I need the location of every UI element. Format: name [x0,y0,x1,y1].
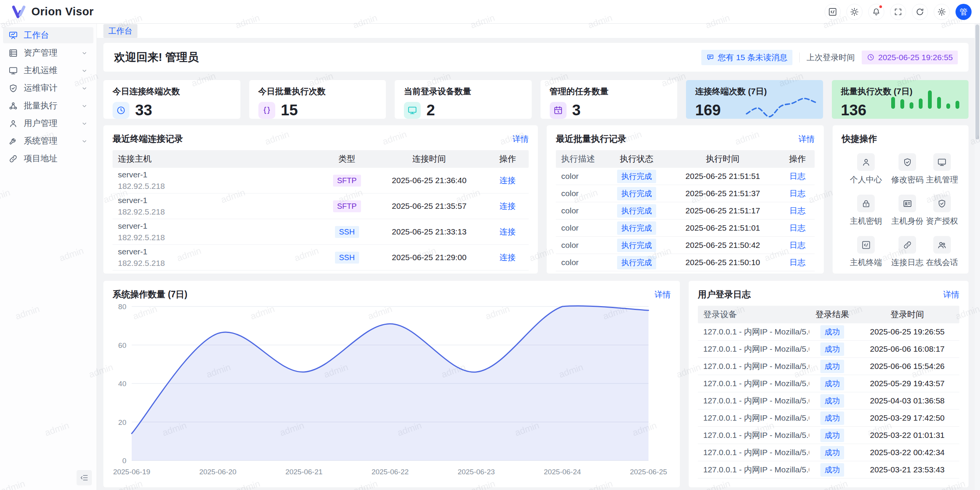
quick-action-2[interactable]: 主机管理 [925,153,959,185]
sidebar-item-assets[interactable]: 资产管理 [3,45,93,61]
connect-link[interactable]: 连接 [500,227,516,236]
quick-action-label: 个人中心 [850,174,882,185]
type-badge: SFTP [333,200,361,212]
exec-desc: color [556,189,608,198]
sidebar-item-label: 运维审计 [24,82,57,94]
login-time: 2025-06-25 19:26:55 [855,327,959,336]
link-icon [903,240,912,250]
quick-actions-panel: 快捷操作 个人中心修改密码主机管理主机密钥主机身份资产授权主机终端连接日志在线会… [833,125,969,274]
exec-time: 2025-06-25 21:50:42 [665,241,780,250]
bottom-row: 系统操作数量 (7日) 详情 0204060802025-06-192025-0… [103,281,969,487]
exec-row: color执行完成2025-06-25 21:51:51日志 [556,168,815,185]
user-icon [861,157,871,167]
quick-action-1[interactable]: 修改密码 [890,153,924,185]
link-icon [8,154,18,164]
breadcrumb[interactable]: 工作台 [103,24,137,38]
column-header: 操作 [780,153,815,165]
exec-status-badge: 执行完成 [617,204,656,218]
code-square-icon [828,7,837,16]
user-avatar[interactable]: 管 [956,4,972,20]
exec-desc: color [556,172,608,181]
host-name: server-1 [118,221,322,231]
lock-icon [861,199,871,208]
logo-icon [11,4,27,20]
middle-row: 最近终端连接记录 详情 连接主机 类型 连接时间 操作 server-1182.… [103,125,969,274]
sidebar-item-user-mgmt[interactable]: 用户管理 [3,115,93,131]
sidebar-item-system-mgmt[interactable]: 系统管理 [3,133,93,149]
login-time: 2025-03-21 23:53:43 [855,465,959,474]
svg-text:2025-06-22: 2025-06-22 [371,468,408,476]
scrollbar-thumb[interactable] [975,25,979,139]
system-operations-panel: 系统操作数量 (7日) 详情 0204060802025-06-192025-0… [103,281,680,487]
host-name: server-1 [118,170,322,179]
log-link[interactable]: 日志 [789,241,805,249]
exec-row: color执行完成2025-06-25 21:50:10日志 [556,254,815,271]
ops-chart-detail-link[interactable]: 详情 [655,289,671,300]
main-content: 工作台 欢迎回来! 管理员 您有 15 条未读消息 上次登录时间 2025-06… [97,24,980,490]
sidebar-item-project-url[interactable]: 项目地址 [3,151,93,167]
exec-row: color执行完成2025-06-25 21:50:42日志 [556,237,815,254]
login-device: 127.0.0.1 - 内网IP - Mozilla/5.0 (Windows … [698,344,809,354]
monitor-icon-chip [404,102,421,119]
stat-title: 今日连接终端次数 [113,86,231,97]
login-row: 127.0.0.1 - 内网IP - Mozilla/5.0 (Windows … [698,461,959,479]
quick-action-3[interactable]: 主机密钥 [842,195,890,226]
chevron-down-icon [81,49,88,57]
exec-detail-link[interactable]: 详情 [799,134,815,144]
log-link[interactable]: 日志 [789,223,805,232]
api-code-button[interactable] [825,4,841,20]
login-detail-link[interactable]: 详情 [943,289,959,300]
log-link[interactable]: 日志 [789,258,805,267]
login-row: 127.0.0.1 - 内网IP - Mozilla/5.0 (Windows … [698,410,959,427]
stat-value: 169 [695,102,721,119]
table-header: 登录设备 登录结果 登录时间 [698,306,959,323]
notifications-button[interactable] [868,4,884,20]
quick-action-4[interactable]: 主机身份 [890,195,924,226]
login-result-badge: 成功 [820,394,844,408]
quick-action-7[interactable]: 连接日志 [890,236,924,268]
breadcrumb-bar: 工作台 [97,24,980,38]
sidebar-item-workbench[interactable]: 工作台 [3,27,93,43]
svg-text:20: 20 [118,418,126,426]
svg-text:2025-06-24: 2025-06-24 [544,468,581,476]
type-badge: SSH [335,252,359,264]
link-icon-chip [898,236,916,254]
stat-card-3: 管理的任务数量3 [541,80,678,119]
recent-terminal-panel: 最近终端连接记录 详情 连接主机 类型 连接时间 操作 server-1182.… [103,125,538,274]
quick-action-8[interactable]: 在线会话 [925,236,959,268]
quick-action-6[interactable]: 主机终端 [842,236,890,268]
login-device: 127.0.0.1 - 内网IP - Mozilla/5.0 (Windows … [698,413,809,423]
log-link[interactable]: 日志 [789,172,805,180]
terminal-detail-link[interactable]: 详情 [513,134,529,144]
task-calendar-icon [553,105,563,115]
settings-button[interactable] [934,4,950,20]
last-login-time-chip: 2025-06-25 19:26:55 [862,51,958,64]
sidebar-item-host-ops[interactable]: 主机运维 [3,62,93,79]
column-header: 类型 [322,153,372,165]
sidebar-collapse-button[interactable] [77,470,92,485]
stat-card-5: 批量执行次数 (7日)136 [832,80,969,119]
connect-time: 2025-06-25 21:29:00 [372,253,487,262]
column-header: 登录时间 [855,309,959,320]
connect-link[interactable]: 连接 [500,253,516,262]
exec-status-badge: 执行完成 [617,221,656,235]
column-header: 登录结果 [809,309,855,320]
quick-action-5[interactable]: 资产授权 [925,195,959,226]
sidebar-item-audit[interactable]: 运维审计 [3,80,93,96]
login-device: 127.0.0.1 - 内网IP - Mozilla/5.0 (Windows … [698,430,809,441]
svg-text:2025-06-25: 2025-06-25 [630,468,667,476]
log-link[interactable]: 日志 [789,206,805,215]
panel-title: 快捷操作 [842,133,877,145]
connect-link[interactable]: 连接 [500,176,516,185]
welcome-text: 欢迎回来! 管理员 [114,50,199,65]
sidebar-item-batch-exec[interactable]: 批量执行 [3,98,93,114]
terminal-row: server-1182.92.5.218SSH2025-06-25 21:33:… [113,219,529,245]
fullscreen-button[interactable] [890,4,906,20]
refresh-button[interactable] [912,4,928,20]
connect-link[interactable]: 连接 [500,202,516,210]
log-link[interactable]: 日志 [789,189,805,198]
theme-toggle-button[interactable] [846,4,862,20]
table-header: 执行描述 执行状态 执行时间 操作 [556,150,815,168]
unread-messages-chip[interactable]: 您有 15 条未读消息 [701,50,792,65]
quick-action-0[interactable]: 个人中心 [842,153,890,185]
